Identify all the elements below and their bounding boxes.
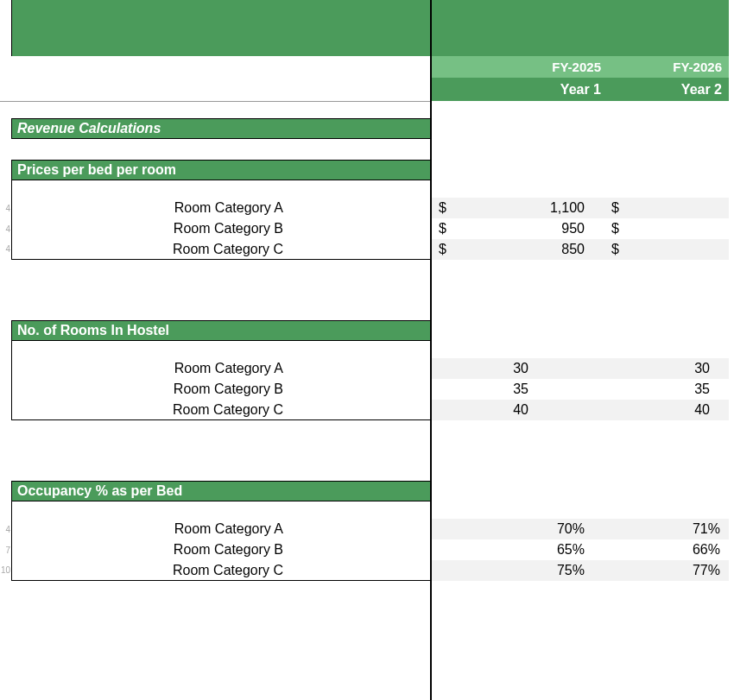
year1-value[interactable]: 40 <box>430 400 606 420</box>
row-number: 4 <box>1 239 10 259</box>
row-number: 4 <box>1 519 10 539</box>
year1-value[interactable]: $ 1,100 <box>430 198 606 218</box>
prices-table: 4 Room Category A $ 1,100 $ 4 Room Categ… <box>11 180 729 260</box>
row-label: 4 Room Category B <box>11 218 430 239</box>
year2-value[interactable]: 66% <box>606 539 727 560</box>
row-label: 7 Room Category B <box>11 539 430 560</box>
year-2-cell[interactable]: Year 2 <box>608 78 729 101</box>
year-1-cell[interactable]: Year 1 <box>432 78 608 101</box>
row-number: 7 <box>1 539 10 560</box>
year1-value[interactable]: $ 950 <box>430 218 606 239</box>
year1-value[interactable]: 65% <box>430 539 606 560</box>
year2-value[interactable]: $ <box>606 198 727 218</box>
row-divider <box>0 101 432 102</box>
year1-value[interactable]: 70% <box>430 519 606 539</box>
row-number: 10 <box>1 560 10 580</box>
year2-value[interactable]: $ <box>606 218 727 239</box>
year2-value[interactable]: 40 <box>606 400 727 420</box>
table-row[interactable]: 7 Room Category B 65% 66% <box>11 539 729 560</box>
year1-value[interactable]: 30 <box>430 358 606 379</box>
year2-value[interactable]: $ <box>606 239 727 260</box>
table-row[interactable]: Room Category C 40 40 <box>11 400 729 420</box>
table-row[interactable]: Room Category B 35 35 <box>11 379 729 400</box>
row-label: 10 Room Category C <box>11 560 430 581</box>
table-row[interactable]: 4 Room Category C $ 850 $ <box>11 239 729 260</box>
table-row[interactable]: 4 Room Category A 70% 71% <box>11 519 729 539</box>
row-number: 4 <box>1 198 10 218</box>
row-label: 4 Room Category A <box>11 519 430 539</box>
row-label: Room Category B <box>11 379 430 400</box>
year2-value[interactable]: 71% <box>606 519 727 539</box>
fiscal-year-row: FY-2025 FY-2026 <box>0 56 734 78</box>
table-row[interactable]: 4 Room Category A $ 1,100 $ <box>11 198 729 218</box>
prices-per-bed-title[interactable]: Prices per bed per room <box>11 160 430 180</box>
row-label: 4 Room Category C <box>11 239 430 260</box>
year2-value[interactable]: 30 <box>606 358 727 379</box>
year-row: Year 1 Year 2 <box>0 78 734 101</box>
fy-2026-cell[interactable]: FY-2026 <box>608 56 729 78</box>
occupancy-title[interactable]: Occupancy % as per Bed <box>11 481 430 501</box>
top-banner-left <box>11 0 430 56</box>
spreadsheet-view: FY-2025 FY-2026 Year 1 Year 2 Revenue Ca… <box>0 0 734 700</box>
rooms-table: Room Category A 30 30 Room Category B 35… <box>11 341 729 420</box>
row-label: Room Category C <box>11 400 430 420</box>
top-banner-right <box>432 0 729 56</box>
year2-value[interactable]: 35 <box>606 379 727 400</box>
column-divider <box>430 0 432 700</box>
row-label: 4 Room Category A <box>11 198 430 218</box>
fy-2025-cell[interactable]: FY-2025 <box>432 56 608 78</box>
year2-value[interactable]: 77% <box>606 560 727 581</box>
revenue-calculations-title[interactable]: Revenue Calculations <box>11 118 430 139</box>
table-row[interactable]: Room Category A 30 30 <box>11 358 729 379</box>
year1-value[interactable]: 35 <box>430 379 606 400</box>
year1-value[interactable]: 75% <box>430 560 606 581</box>
occupancy-table: 4 Room Category A 70% 71% 7 Room Categor… <box>11 501 729 581</box>
content-area: Revenue Calculations Prices per bed per … <box>0 118 734 581</box>
row-number: 4 <box>1 218 10 239</box>
table-row[interactable]: 4 Room Category B $ 950 $ <box>11 218 729 239</box>
table-row[interactable]: 10 Room Category C 75% 77% <box>11 560 729 581</box>
year1-value[interactable]: $ 850 <box>430 239 606 260</box>
no-of-rooms-title[interactable]: No. of Rooms In Hostel <box>11 320 430 341</box>
row-label: Room Category A <box>11 358 430 379</box>
top-banner <box>0 0 734 56</box>
